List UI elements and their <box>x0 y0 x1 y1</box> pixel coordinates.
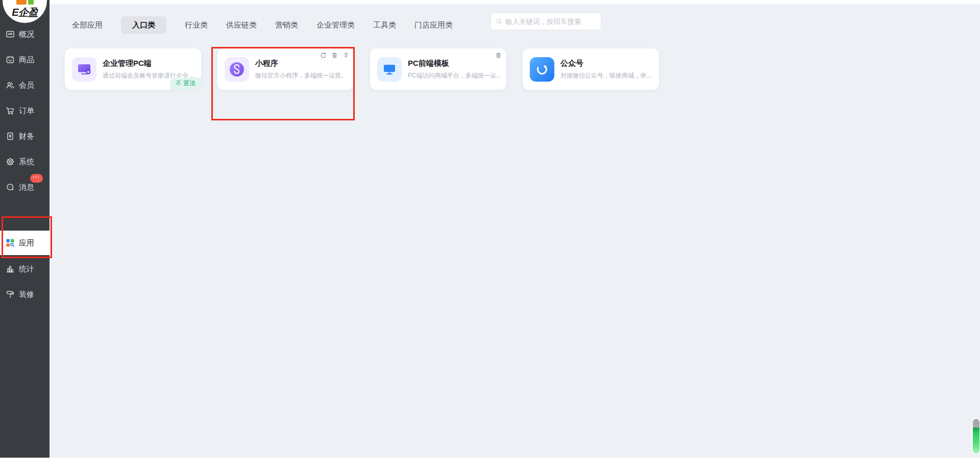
overview-icon <box>6 30 15 39</box>
sidebar-item-label: 消息 <box>19 183 34 192</box>
tab-enterprise-mgmt[interactable]: 企业管理类 <box>316 20 355 30</box>
app-card-miniprogram[interactable]: 小程序 微信官方小程序，多端统一运营。 <box>217 48 354 90</box>
sidebar-item-label: 应用 <box>19 238 34 248</box>
card-description: PC端访问商城平台，多端统一运... <box>408 71 501 80</box>
search-icon <box>496 18 502 25</box>
miniprogram-icon <box>225 57 249 82</box>
tab-marketing[interactable]: 营销类 <box>275 20 298 30</box>
app-card-pc-template[interactable]: PC前端模板 PC端访问商城平台，多端统一运... <box>370 48 506 90</box>
sidebar-item-apps[interactable]: 应用 <box>0 234 50 252</box>
sidebar-item-label: 概况 <box>19 30 34 39</box>
card-title: PC前端模板 <box>408 59 501 68</box>
card-title: 公众号 <box>560 59 655 68</box>
apps-icon <box>6 238 15 247</box>
card-text: 企业管理PC端 通过前端会员账号登录进行企业管理 <box>103 59 198 80</box>
sidebar-item-label: 会员 <box>19 81 34 90</box>
main-content: 全部应用 入口类 行业类 供应链类 营销类 企业管理类 工具类 门店应用类 企业… <box>50 0 980 475</box>
delete-icon[interactable] <box>495 52 502 59</box>
delete-icon[interactable] <box>331 52 338 59</box>
sidebar-item-stats[interactable]: 统计 <box>0 260 50 278</box>
sidebar-item-label: 系统 <box>19 157 34 167</box>
decorate-icon <box>6 290 15 299</box>
app-card-enterprise-pc[interactable]: 企业管理PC端 通过前端会员账号登录进行企业管理 不 置顶 <box>65 48 201 90</box>
message-icon <box>6 183 15 192</box>
sidebar-item-members[interactable]: 会员 <box>0 77 50 94</box>
tab-all-apps[interactable]: 全部应用 <box>72 20 103 30</box>
pc-template-icon <box>377 57 402 82</box>
refresh-icon[interactable] <box>320 52 327 59</box>
tab-store-apps[interactable]: 门店应用类 <box>414 20 453 30</box>
members-icon <box>6 81 15 90</box>
card-title: 小程序 <box>255 59 347 68</box>
goods-icon <box>6 55 15 64</box>
messages-unread-badge: ··· <box>30 174 43 183</box>
sidebar-item-label: 统计 <box>19 264 34 274</box>
sidebar-item-orders[interactable]: 订单 <box>0 102 50 119</box>
card-text: 小程序 微信官方小程序，多端统一运营。 <box>255 59 347 80</box>
card-description: 微信官方小程序，多端统一运营。 <box>255 71 347 80</box>
system-icon <box>6 157 15 166</box>
sidebar-item-label: 财务 <box>19 132 34 141</box>
stats-icon <box>6 264 15 273</box>
app-card-official-account[interactable]: 公众号 对接微信公众号，链接商城，便于... <box>523 48 659 90</box>
enterprise-pc-icon <box>72 57 96 82</box>
sidebar-item-goods[interactable]: 商品 <box>0 51 50 68</box>
scrollbar-thumb-cap <box>973 419 979 428</box>
sidebar-item-label: 商品 <box>19 55 34 65</box>
card-description: 对接微信公众号，链接商城，便于... <box>560 71 655 80</box>
search-box <box>491 13 601 30</box>
tab-tools[interactable]: 工具类 <box>373 20 396 30</box>
sidebar-item-label: 装修 <box>19 290 34 299</box>
orders-icon <box>6 106 15 115</box>
miniprogram-link-icon[interactable] <box>342 52 349 59</box>
card-text: PC前端模板 PC端访问商城平台，多端统一运... <box>408 59 501 80</box>
logo-blocks-icon <box>16 0 34 5</box>
sidebar-item-decorate[interactable]: 装修 <box>0 286 50 303</box>
tab-industry[interactable]: 行业类 <box>185 20 208 30</box>
card-title: 企业管理PC端 <box>103 59 198 68</box>
category-tabs: 全部应用 入口类 行业类 供应链类 营销类 企业管理类 工具类 门店应用类 <box>72 15 453 35</box>
sidebar-item-messages[interactable]: 消息 <box>0 179 50 196</box>
sidebar-item-overview[interactable]: 概况 <box>0 26 50 43</box>
official-account-icon <box>530 57 554 82</box>
sidebar-item-label: 订单 <box>19 106 34 116</box>
scrollbar-thumb[interactable] <box>973 419 979 454</box>
sidebar-item-system[interactable]: 系统 <box>0 153 50 170</box>
finance-icon <box>6 132 15 141</box>
tab-entry[interactable]: 入口类 <box>121 16 166 34</box>
search-input[interactable] <box>505 18 596 26</box>
scrollbar-thumb-green <box>973 428 979 454</box>
card-actions <box>495 52 502 59</box>
sidebar: 概况 商品 会员 订单 财务 系统 消息 ··· 应用 统计 装修 <box>0 0 50 458</box>
card-text: 公众号 对接微信公众号，链接商城，便于... <box>560 59 655 80</box>
not-pinned-badge[interactable]: 不 置顶 <box>170 78 201 90</box>
card-actions <box>320 52 349 59</box>
tab-supply-chain[interactable]: 供应链类 <box>226 20 257 30</box>
page: { "brand": { "logo_text": "E企盈" }, "side… <box>0 0 980 475</box>
sidebar-item-finance[interactable]: 财务 <box>0 128 50 145</box>
